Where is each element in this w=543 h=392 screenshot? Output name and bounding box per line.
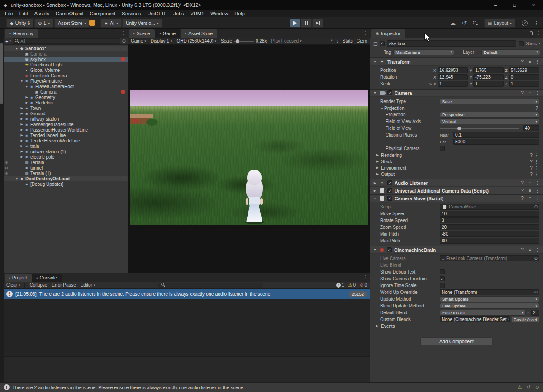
tab-asset-store[interactable]: ▪ Asset Store (181, 29, 217, 38)
uacd-header[interactable]: ▶ Universal Additional Camera Data (Scri… (370, 187, 543, 194)
hierarchy-item[interactable]: ⊘ Ground ⋮ (4, 111, 128, 116)
warning-count-toggle[interactable]: ⚠ 0 (348, 283, 356, 288)
active-checkbox[interactable] (380, 41, 385, 46)
hierarchy-item[interactable]: ⊘ TenderHadesLine ⋮ (4, 132, 128, 138)
tab-game[interactable]: ▪ Game (155, 29, 180, 38)
editor-dropdown[interactable]: Editor▾ (81, 283, 95, 288)
kebab-icon[interactable]: ⋮ (536, 30, 541, 35)
camera-section-foldout[interactable]: ▶ Environment ? ⋮ (370, 165, 543, 171)
fov-slider[interactable] (440, 128, 519, 129)
menu-item[interactable]: Edit (16, 10, 31, 17)
console-log-entry[interactable]: ! [21:05:06] There are 2 audio listeners… (4, 289, 370, 299)
chevron-down-icon[interactable]: ▾ (538, 42, 540, 45)
object-picker-icon[interactable]: ⊙ (534, 204, 538, 209)
visibility-toggle-icon[interactable]: ⊘ (5, 161, 8, 165)
menu-item[interactable]: Services (119, 10, 144, 17)
focus-mode-dropdown[interactable]: Play Focused▾ (272, 38, 302, 43)
kebab-icon[interactable]: ⋮ (535, 196, 540, 201)
foldout-arrow-icon[interactable] (19, 106, 24, 110)
tab-console[interactable]: ▪ Console (32, 274, 62, 282)
object-picker-icon[interactable]: ⊙ (508, 317, 510, 322)
menu-item[interactable]: Jobs (170, 10, 187, 17)
help-icon[interactable]: ? (519, 90, 525, 95)
projection-dropdown[interactable]: Perspective▾ (440, 112, 539, 118)
unity-hub-button[interactable]: ◆ Unity 6 (6, 19, 33, 28)
account-button[interactable]: ⊙ L ▾ (34, 19, 53, 28)
link-scale-icon[interactable]: ∞ (427, 82, 433, 86)
minimize-button[interactable]: – (486, 0, 505, 10)
foldout-arrow-icon[interactable]: ▶ (373, 181, 377, 185)
foldout-arrow-icon[interactable] (24, 95, 29, 99)
checkbox[interactable] (440, 269, 445, 274)
alert-badge-icon[interactable] (89, 20, 95, 26)
foldout-arrow-icon[interactable]: ▼ (373, 60, 377, 63)
enable-checkbox[interactable] (387, 188, 392, 193)
tag-dropdown[interactable]: MainCamera▾ (393, 49, 454, 55)
hierarchy-search-field[interactable] (13, 38, 120, 44)
menu-item[interactable]: Component (86, 10, 119, 17)
value-field[interactable]: 20 (440, 224, 539, 230)
hierarchy-item[interactable]: ⊘ sky box ⋮ (4, 57, 128, 62)
fov-axis-dropdown[interactable]: Vertical▾ (440, 118, 539, 124)
preset-icon[interactable]: ≡ (527, 180, 533, 185)
foldout-arrow-icon[interactable] (19, 144, 24, 148)
foldout-arrow-icon[interactable] (19, 128, 24, 132)
foldout-arrow-icon[interactable]: ▼ (373, 91, 377, 94)
static-checkbox[interactable] (519, 41, 524, 46)
script-object-field[interactable]: CameraMove ⊙ (440, 204, 539, 210)
audio-listener-header[interactable]: ▶ ∩ Audio Listener ? ≡ ⋮ (370, 179, 543, 187)
foldout-arrow-icon[interactable]: ▶ (373, 189, 377, 193)
kebab-icon[interactable]: ⋮ (534, 20, 539, 26)
step-button[interactable] (312, 19, 323, 28)
position-z-field[interactable]: 54.3629 (509, 67, 539, 73)
enable-checkbox[interactable] (387, 247, 392, 252)
maximize-button[interactable]: □ (505, 0, 524, 10)
hierarchy-item[interactable]: ⊘ [Debug Updater] ⋮ (4, 181, 128, 187)
error-pause-button[interactable]: Error Pause (52, 283, 76, 288)
asset-store-button[interactable]: Asset Store ▾ (54, 19, 90, 28)
preset-icon[interactable]: ≡ (527, 59, 533, 64)
menu-item[interactable]: VRM1 (187, 10, 208, 17)
scale-z-field[interactable]: 1 (509, 81, 539, 87)
hierarchy-item[interactable]: ⊘ PlayerArmature ⋮ (4, 78, 128, 84)
foldout-arrow-icon[interactable]: ▼ (373, 197, 377, 200)
clear-button[interactable]: Clear▾ (6, 283, 20, 288)
rotation-x-field[interactable]: 12.945 (438, 74, 468, 80)
transform-header[interactable]: ▼ + Transform ? ≡ ⋮ (370, 58, 543, 66)
default-blend-dropdown[interactable]: Ease In Out▾ (440, 310, 526, 316)
tab-scene[interactable]: ▪ Scene (129, 29, 155, 38)
kebab-icon[interactable]: ⋮ (122, 46, 126, 51)
lock-icon[interactable] (529, 33, 533, 35)
hierarchy-item[interactable]: ⊘ PassengerHeavenWorldLine ⋮ (4, 127, 128, 132)
tab-inspector[interactable]: ◉ Inspector (371, 29, 405, 38)
progress-status-icon[interactable]: ↺ (527, 384, 531, 390)
search-input[interactable] (20, 38, 118, 43)
vsync-icon[interactable]: * (331, 38, 333, 44)
help-icon[interactable]: ? (519, 196, 525, 201)
menu-item[interactable]: GameObject (52, 10, 87, 17)
foldout-arrow-icon[interactable] (19, 123, 24, 126)
undo-history-icon[interactable]: ↺ (462, 20, 467, 26)
status-message[interactable]: There are 2 audio listeners in the scene… (12, 385, 245, 390)
rotation-z-field[interactable]: 0 (509, 74, 539, 80)
value-field[interactable]: 3 (440, 217, 539, 223)
events-foldout[interactable]: ▶ Events (370, 323, 543, 329)
foldout-arrow-icon[interactable] (19, 139, 24, 142)
search-icon[interactable] (473, 21, 478, 26)
camera-header[interactable]: ▼ Camera ? ≡ ⋮ (370, 89, 543, 97)
preset-icon[interactable]: ≡ (527, 90, 533, 95)
custom-blends-field[interactable]: None (Cinemachine Blender Set ⊙ (440, 316, 510, 322)
hierarchy-item[interactable]: ⊘ TenderHeavenWorldLine ⋮ (4, 138, 128, 143)
gizmos-dropdown[interactable]: Gizm (357, 38, 367, 43)
live-camera-field[interactable]: ⊥ FreeLook Camera (Transform) ⊙ (440, 255, 539, 261)
near-field[interactable]: 0.1 (453, 132, 539, 138)
value-field[interactable]: 10 (440, 211, 539, 217)
object-picker-icon[interactable]: ⊙ (534, 290, 538, 295)
hierarchy-item[interactable]: ⊘ Terrain (1) ⋮ (4, 170, 128, 176)
visibility-toggle-icon[interactable]: ⊘ (5, 171, 8, 175)
projection-foldout[interactable]: ▼ Projection ? (370, 105, 543, 111)
foldout-arrow-icon[interactable]: ▼ (373, 248, 377, 251)
scale-x-field[interactable]: 1 (438, 81, 468, 87)
kebab-icon[interactable]: ⋮ (534, 165, 539, 170)
hierarchy-item[interactable]: ⊘ Global Volume ⋮ (4, 67, 128, 73)
